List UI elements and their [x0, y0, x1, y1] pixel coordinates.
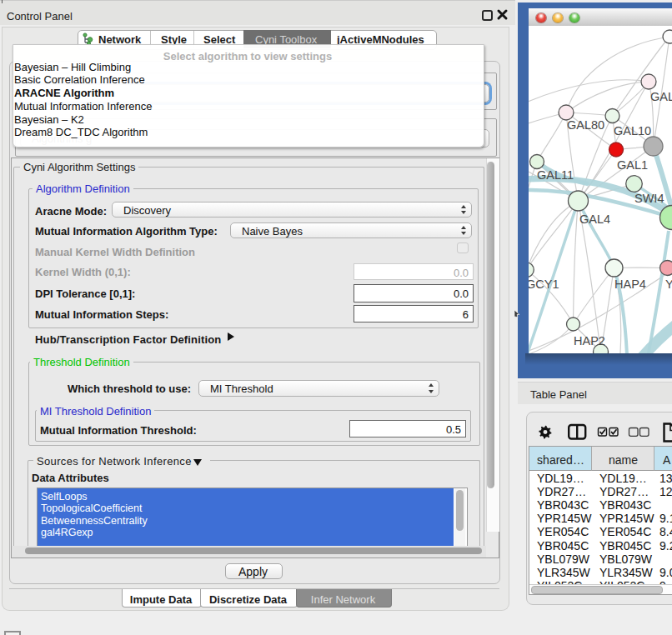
svg-text:GCY1: GCY1 — [529, 278, 559, 291]
svg-text:GAL8: GAL8 — [650, 90, 672, 103]
svg-text:SWI4: SWI4 — [634, 192, 664, 205]
svg-text:GAL1: GAL1 — [617, 158, 648, 172]
svg-text:GAL4: GAL4 — [579, 212, 610, 226]
svg-text:HAP4: HAP4 — [614, 278, 646, 291]
svg-text:HAP2: HAP2 — [574, 334, 605, 348]
svg-text:GAL11: GAL11 — [537, 168, 574, 182]
svg-text:GAL10: GAL10 — [614, 124, 651, 138]
svg-text:GAL80: GAL80 — [567, 118, 604, 132]
svg-text:Y: Y — [665, 278, 672, 291]
